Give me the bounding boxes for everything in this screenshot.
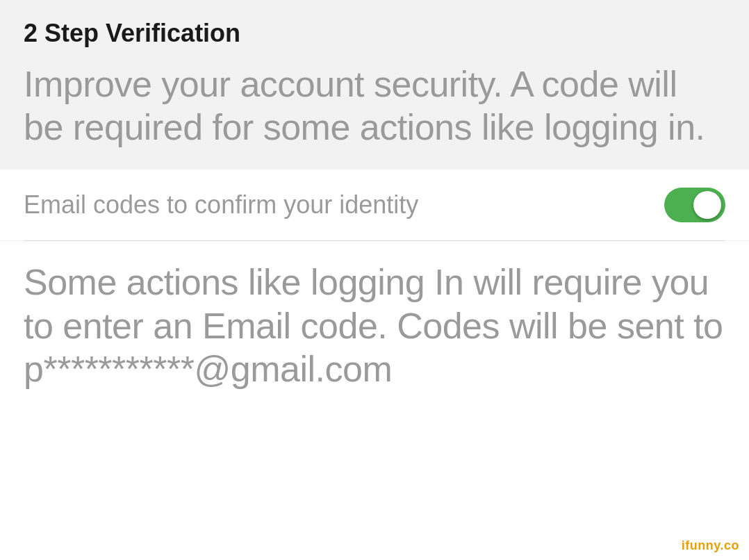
bottom-section: Some actions like logging In will requir… bbox=[0, 241, 749, 560]
watermark: ifunny.co bbox=[682, 538, 739, 553]
email-code-toggle[interactable] bbox=[664, 188, 725, 222]
watermark-text: ifunny.co bbox=[682, 538, 739, 552]
top-description: Improve your account security. A code wi… bbox=[24, 63, 725, 149]
top-section: 2 Step Verification Improve your account… bbox=[0, 0, 749, 170]
email-toggle-row: Email codes to confirm your identity bbox=[0, 170, 749, 240]
toggle-thumb bbox=[693, 191, 721, 219]
email-toggle-label: Email codes to confirm your identity bbox=[24, 190, 664, 220]
toggle-container[interactable] bbox=[664, 188, 725, 222]
bottom-description: Some actions like logging In will requir… bbox=[24, 261, 725, 390]
page-container: 2 Step Verification Improve your account… bbox=[0, 0, 749, 560]
toggle-track bbox=[664, 188, 725, 222]
page-title: 2 Step Verification bbox=[24, 19, 725, 47]
